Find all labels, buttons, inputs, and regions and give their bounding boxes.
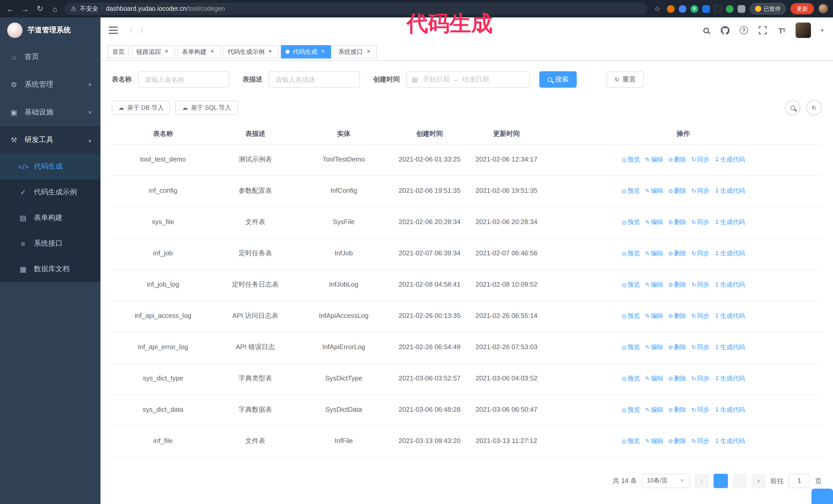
delete-link[interactable]: 删除 (668, 217, 686, 227)
page-number-button[interactable] (714, 474, 728, 488)
reload-icon[interactable]: ↻ (35, 4, 45, 13)
edit-link[interactable]: 编辑 (645, 374, 663, 384)
user-avatar[interactable] (795, 23, 811, 38)
sync-link[interactable]: 同步 (691, 186, 710, 196)
delete-link[interactable]: 删除 (668, 186, 686, 196)
generate-code-link[interactable]: 生成代码 (715, 405, 745, 415)
paused-badge[interactable]: 已暂停 (750, 3, 786, 14)
edit-link[interactable]: 编辑 (645, 280, 663, 290)
backtop-button[interactable] (811, 488, 833, 504)
edit-link[interactable]: 编辑 (645, 249, 663, 258)
sync-link[interactable]: 同步 (691, 155, 710, 165)
extension-icon[interactable] (726, 5, 734, 13)
font-size-icon[interactable]: TT (777, 25, 787, 35)
preview-link[interactable]: 预览 (622, 186, 640, 196)
tab-close-icon[interactable]: × (319, 48, 327, 55)
sidebar-menu-item[interactable]: ⌂ 首页 (0, 43, 100, 71)
edit-link[interactable]: 编辑 (645, 311, 663, 321)
puzzle-extensions-icon[interactable] (738, 5, 745, 13)
preview-link[interactable]: 预览 (622, 374, 640, 384)
sidebar-submenu-item[interactable]: ✓ 代码生成示例 (0, 179, 100, 205)
sidebar-submenu-item[interactable]: </> 代码生成 (0, 154, 100, 179)
chevron-down-icon[interactable]: ▼ (820, 27, 825, 33)
delete-link[interactable]: 删除 (668, 249, 686, 258)
delete-link[interactable]: 删除 (668, 374, 686, 384)
sidebar-submenu-item[interactable]: ≡ 系统接口 (0, 231, 100, 256)
edit-link[interactable]: 编辑 (645, 405, 663, 415)
edit-link[interactable]: 编辑 (645, 155, 663, 165)
edit-link[interactable]: 编辑 (645, 342, 663, 352)
tab-close-icon[interactable]: × (209, 48, 216, 55)
generate-code-link[interactable]: 生成代码 (715, 217, 745, 227)
forward-icon[interactable]: → (20, 4, 30, 13)
preview-link[interactable]: 预览 (622, 280, 640, 290)
page-size-select[interactable]: 10条/页 ▼ (642, 474, 690, 488)
delete-link[interactable]: 删除 (668, 311, 686, 321)
generate-code-link[interactable]: 生成代码 (715, 436, 745, 446)
breadcrumb-item[interactable] (136, 26, 148, 34)
page-number-button[interactable] (733, 474, 747, 488)
table-name-input[interactable] (138, 71, 229, 88)
tab-close-icon[interactable]: × (365, 48, 372, 55)
preview-link[interactable]: 预览 (622, 155, 640, 165)
generate-code-link[interactable]: 生成代码 (715, 342, 745, 352)
extension-icon[interactable] (679, 5, 686, 13)
delete-link[interactable]: 删除 (668, 342, 686, 352)
generate-code-link[interactable]: 生成代码 (715, 249, 745, 258)
edit-link[interactable]: 编辑 (645, 436, 663, 446)
search-icon[interactable] (701, 25, 711, 35)
preview-link[interactable]: 预览 (622, 436, 640, 446)
sync-link[interactable]: 同步 (691, 280, 710, 290)
sync-link[interactable]: 同步 (691, 217, 710, 227)
edit-link[interactable]: 编辑 (645, 217, 663, 227)
help-icon[interactable]: ? (739, 25, 749, 35)
extension-icon[interactable] (714, 5, 722, 13)
delete-link[interactable]: 删除 (668, 436, 686, 446)
date-range-picker[interactable]: 开始日期 - 结束日期 (406, 71, 530, 88)
tab[interactable]: 系统接口 × (334, 45, 377, 58)
delete-link[interactable]: 删除 (668, 280, 686, 290)
generate-code-link[interactable]: 生成代码 (715, 311, 745, 321)
import-sql-button[interactable]: 基于 SQL 导入 (175, 100, 238, 115)
toggle-search-button[interactable] (785, 100, 800, 115)
tab[interactable]: 链路追踪 × (132, 45, 175, 58)
goto-page-input[interactable] (789, 474, 810, 488)
sync-link[interactable]: 同步 (691, 249, 710, 258)
extension-icon[interactable] (667, 5, 674, 13)
tab[interactable]: 代码生成示例 × (223, 45, 278, 58)
security-label[interactable]: 不安全 (80, 4, 98, 13)
breadcrumb-item[interactable] (125, 26, 136, 34)
tab[interactable]: 表单构建 × (177, 45, 220, 58)
hamburger-icon[interactable] (109, 27, 118, 34)
sidebar-submenu-item[interactable]: ▤ 表单构建 (0, 205, 100, 231)
table-desc-input[interactable] (269, 71, 360, 88)
sidebar-menu-item[interactable]: ▣ 基础设施 ▾ (0, 98, 100, 126)
generate-code-link[interactable]: 生成代码 (715, 374, 745, 384)
search-button[interactable]: 搜索 (539, 71, 577, 88)
preview-link[interactable]: 预览 (622, 217, 640, 227)
refresh-button[interactable] (806, 100, 822, 115)
sidebar-submenu-item[interactable]: ▦ 数据库文档 (0, 256, 100, 282)
back-icon[interactable]: ← (5, 4, 15, 13)
delete-link[interactable]: 删除 (668, 405, 686, 415)
preview-link[interactable]: 预览 (622, 249, 640, 258)
fullscreen-icon[interactable] (758, 25, 768, 35)
date-start-placeholder[interactable]: 开始日期 (423, 75, 450, 84)
preview-link[interactable]: 预览 (622, 311, 640, 321)
tab-close-icon[interactable]: × (163, 48, 170, 55)
date-end-placeholder[interactable]: 结束日期 (462, 75, 489, 84)
sidebar-menu-item[interactable]: ⚒ 研发工具 ▴ (0, 126, 100, 154)
sidebar-menu-item[interactable]: ⚙ 系统管理 ▾ (0, 71, 100, 98)
update-button[interactable]: 更新 (790, 3, 814, 14)
sync-link[interactable]: 同步 (691, 311, 710, 321)
browser-avatar[interactable] (819, 4, 828, 13)
sync-link[interactable]: 同步 (691, 342, 710, 352)
import-db-button[interactable]: 基于 DB 导入 (112, 100, 170, 115)
address-bar[interactable]: ⚠ 不安全 dashboard.yudao.iocoder.cn/tool/co… (65, 3, 647, 15)
prev-page-button[interactable]: ‹ (695, 474, 709, 488)
tab[interactable]: 代码生成 × (281, 45, 331, 58)
home-icon[interactable]: ⌂ (50, 4, 60, 13)
extension-icon[interactable]: V (690, 5, 698, 13)
preview-link[interactable]: 预览 (622, 342, 640, 352)
sync-link[interactable]: 同步 (691, 374, 710, 384)
